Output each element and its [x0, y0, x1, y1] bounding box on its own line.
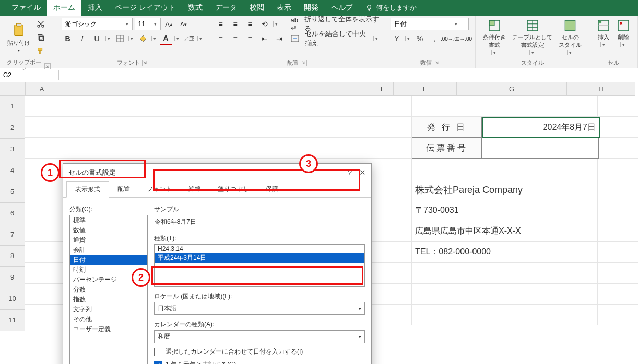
dialog-launcher-icon[interactable]: ⇲ [44, 63, 50, 69]
tab-dev[interactable]: 開発 [298, 0, 325, 16]
chevron-down-icon[interactable]: ▾ [105, 36, 112, 41]
list-item[interactable]: ユーザー定義 [70, 324, 147, 334]
tab-data[interactable]: データ [209, 0, 243, 16]
dialog-launcher-icon[interactable]: ⇲ [434, 60, 440, 66]
align-right-icon[interactable]: ≡ [244, 32, 256, 45]
cell-F7[interactable]: 広島県広島市中区本通X-X-X [412, 221, 481, 242]
list-item[interactable]: 数値 [70, 225, 147, 235]
cell-F6[interactable]: 〒730-0031 [412, 200, 481, 221]
font-color-icon[interactable]: A [160, 32, 172, 45]
list-item-selected[interactable]: 平成24年3月14日 [155, 253, 364, 263]
indent-decrease-icon[interactable]: ⇤ [258, 32, 271, 45]
col-header-H[interactable]: H [567, 82, 635, 96]
row-header[interactable]: 7 [0, 224, 25, 246]
close-icon[interactable]: ✕ [359, 168, 366, 177]
conditional-format-button[interactable]: 条件付き 書式▾ [481, 18, 508, 56]
chevron-down-icon[interactable]: ▾ [128, 36, 135, 41]
cell-G2-selected[interactable]: 2024年8月7日 [482, 117, 600, 138]
orientation-icon[interactable]: ⟲ [258, 18, 271, 30]
dlg-tab-border[interactable]: 罫線 [180, 181, 209, 197]
dialog-launcher-icon[interactable]: ⇲ [142, 60, 148, 66]
dlg-tab-number[interactable]: 表示形式 [66, 181, 109, 198]
tab-help[interactable]: ヘルプ [325, 0, 359, 16]
cell-F2[interactable]: 発 行 日 [412, 117, 482, 138]
cell-F5[interactable]: 株式会社Pareja Company [412, 179, 481, 200]
dlg-tab-protect[interactable]: 保護 [257, 181, 287, 197]
list-item[interactable]: 通貨 [70, 235, 147, 245]
tab-file[interactable]: ファイル [5, 0, 47, 16]
chevron-down-icon[interactable]: ▾ [197, 36, 204, 41]
row-header[interactable]: 2 [0, 117, 25, 139]
chk-gannen[interactable]: ✓1 年を元年と表記する(G) [154, 360, 365, 364]
col-header-E[interactable]: E [372, 82, 394, 96]
dlg-tab-font[interactable]: フォント [138, 181, 180, 197]
paste-button[interactable]: 貼り付け ▾ [5, 21, 32, 54]
col-header-F[interactable]: F [394, 82, 457, 96]
cut-icon[interactable] [34, 18, 47, 30]
currency-icon[interactable]: ¥ [391, 32, 403, 45]
dialog-launcher-icon[interactable]: ⇲ [301, 60, 307, 66]
font-name-combo[interactable]: ▾ [62, 18, 133, 30]
tab-home[interactable]: ホーム [47, 0, 81, 16]
select-all[interactable] [0, 82, 26, 96]
col-header-G[interactable]: G [457, 82, 567, 96]
underline-button[interactable]: U [91, 32, 103, 45]
format-painter-icon[interactable] [34, 45, 47, 57]
decrease-font-icon[interactable]: A▾ [178, 18, 190, 30]
insert-cells-button[interactable]: 挿入▾ [595, 18, 612, 48]
row-header[interactable]: 5 [0, 181, 25, 203]
delete-cells-button[interactable]: 削除▾ [615, 18, 632, 48]
comma-icon[interactable]: , [428, 32, 441, 45]
increase-font-icon[interactable]: A▴ [163, 18, 175, 30]
align-left-icon[interactable]: ≡ [215, 32, 227, 45]
dlg-tab-fill[interactable]: 塗りつぶし [209, 181, 257, 197]
tab-insert[interactable]: 挿入 [81, 0, 109, 16]
tab-review[interactable]: 校閲 [243, 0, 270, 16]
ruby-icon[interactable]: ア亜 [183, 32, 195, 45]
row-header[interactable]: 1 [0, 96, 25, 117]
row-header[interactable]: 3 [0, 139, 25, 160]
increase-decimal-icon[interactable]: .00→.0 [443, 32, 455, 45]
dialog-title-bar[interactable]: セルの書式設定 ?✕ [63, 164, 371, 181]
help-icon[interactable]: ? [348, 168, 352, 177]
format-table-button[interactable]: テーブルとして 書式設定▾ [510, 18, 554, 56]
align-center-icon[interactable]: ≡ [229, 32, 242, 45]
list-item[interactable]: 指数 [70, 295, 147, 305]
calendar-select[interactable]: 和暦▾ [154, 330, 365, 343]
number-format-combo[interactable]: ▾ [391, 18, 469, 30]
align-middle-icon[interactable]: ≡ [229, 18, 242, 30]
row-header[interactable]: 10 [0, 288, 25, 310]
align-bottom-icon[interactable]: ≡ [244, 18, 256, 30]
cell-F8[interactable]: TEL：082-000-0000 [412, 242, 481, 263]
cell-styles-button[interactable]: セルの スタイル▾ [557, 18, 584, 56]
decrease-decimal-icon[interactable]: .0→.00 [457, 32, 470, 45]
merge-center-button[interactable]: セルを結合して中央揃え ▾ [291, 32, 380, 45]
category-listbox[interactable]: 標準 数値 通貨 会計 日付 時刻 パーセンテージ 分数 指数 文字列 その他 … [69, 215, 148, 364]
fill-color-icon[interactable] [137, 32, 149, 45]
copy-icon[interactable] [34, 31, 47, 44]
bold-button[interactable]: B [62, 32, 74, 45]
row-header[interactable]: 8 [0, 246, 25, 267]
list-item[interactable]: H24.3.14 [155, 245, 364, 253]
tab-formula[interactable]: 数式 [182, 0, 209, 16]
row-header[interactable]: 6 [0, 203, 25, 224]
list-item[interactable]: 標準 [70, 215, 147, 225]
indent-increase-icon[interactable]: ⇥ [273, 32, 286, 45]
col-header-A[interactable]: A [26, 82, 58, 96]
percent-icon[interactable]: % [413, 32, 426, 45]
list-item[interactable]: 分数 [70, 285, 147, 295]
dlg-tab-align[interactable]: 配置 [109, 181, 138, 197]
italic-button[interactable]: I [76, 32, 89, 45]
list-item[interactable]: その他 [70, 314, 147, 324]
list-item-selected[interactable]: 日付 [70, 255, 147, 265]
cell-F3[interactable]: 伝票番号 [412, 138, 482, 159]
chevron-down-icon[interactable]: ▾ [405, 36, 411, 41]
list-item[interactable]: 会計 [70, 245, 147, 255]
type-listbox[interactable]: H24.3.14 平成24年3月14日 [154, 244, 365, 287]
list-item[interactable]: 文字列 [70, 305, 147, 314]
font-size-combo[interactable]: ▾ [135, 18, 161, 30]
tab-pagelayout[interactable]: ページ レイアウト [109, 0, 182, 16]
tab-view[interactable]: 表示 [270, 0, 298, 16]
border-icon[interactable] [114, 32, 126, 45]
row-header[interactable]: 9 [0, 267, 25, 288]
